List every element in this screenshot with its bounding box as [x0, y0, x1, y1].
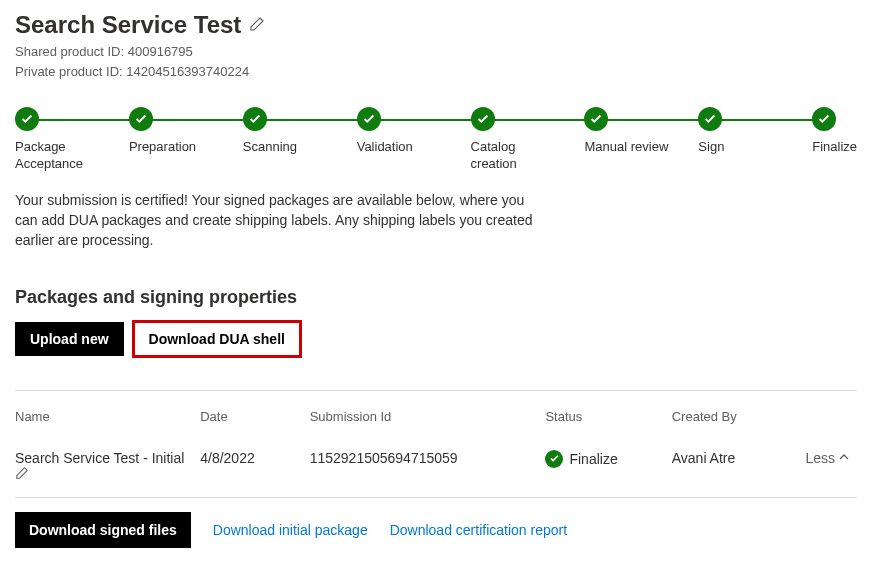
submission-description: Your submission is certified! Your signe… [15, 190, 535, 251]
column-status: Status [545, 395, 671, 436]
progress-tracker: Package Acceptance Preparation Scanning … [15, 107, 857, 172]
chevron-up-icon [839, 452, 849, 464]
download-signed-files-button[interactable]: Download signed files [15, 512, 191, 548]
column-submission: Submission Id [310, 395, 546, 436]
check-icon [243, 107, 267, 131]
table-row: Search Service Test - Initial 4/8/2022 1… [15, 436, 857, 498]
step-validation: Validation [357, 107, 471, 172]
download-initial-package-link[interactable]: Download initial package [213, 522, 368, 538]
check-icon [471, 107, 495, 131]
cell-date: 4/8/2022 [200, 436, 309, 498]
check-icon [698, 107, 722, 131]
download-dua-shell-button[interactable]: Download DUA shell [134, 322, 300, 356]
private-product-id: Private product ID: 14204516393740224 [15, 63, 857, 81]
column-created-by: Created By [672, 395, 790, 436]
step-sign: Sign [698, 107, 812, 172]
check-icon [812, 107, 836, 131]
check-icon [129, 107, 153, 131]
cell-submission: 1152921505694715059 [310, 436, 546, 498]
check-icon [545, 450, 563, 468]
edit-title-icon[interactable] [249, 16, 265, 36]
page-title: Search Service Test [15, 11, 241, 39]
download-certification-report-link[interactable]: Download certification report [390, 522, 567, 538]
step-scanning: Scanning [243, 107, 357, 172]
edit-row-icon[interactable] [15, 467, 29, 483]
cell-status: Finalize [545, 436, 671, 498]
step-manual-review: Manual review [584, 107, 698, 172]
step-catalog-creation: Catalog creation [471, 107, 585, 172]
check-icon [15, 107, 39, 131]
cell-name: Search Service Test - Initial [15, 436, 200, 498]
step-finalize: Finalize [812, 107, 857, 172]
column-name: Name [15, 395, 200, 436]
upload-new-button[interactable]: Upload new [15, 322, 124, 356]
packages-table: Name Date Submission Id Status Created B… [15, 395, 857, 498]
section-heading: Packages and signing properties [15, 287, 857, 308]
check-icon [584, 107, 608, 131]
cell-created-by: Avani Atre [672, 436, 790, 498]
divider [15, 390, 857, 391]
column-date: Date [200, 395, 309, 436]
step-preparation: Preparation [129, 107, 243, 172]
check-icon [357, 107, 381, 131]
step-package-acceptance: Package Acceptance [15, 107, 129, 172]
collapse-toggle[interactable]: Less [790, 450, 849, 466]
shared-product-id: Shared product ID: 400916795 [15, 43, 857, 61]
